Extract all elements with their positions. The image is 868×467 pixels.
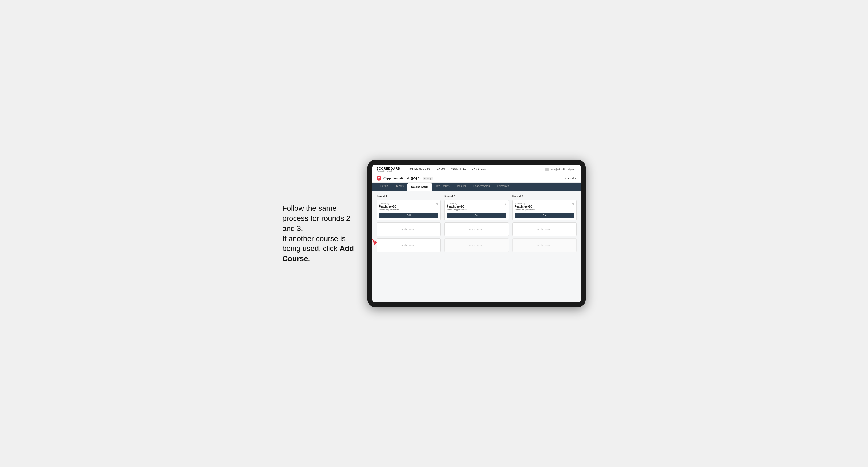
tab-bar: Details Teams Course Setup Tee Groups Re… — [372, 183, 581, 190]
round-2-add-course-2: Add Course + — [444, 239, 508, 252]
round-2-title: Round 2 — [444, 195, 508, 198]
nav-links: TOURNAMENTS TEAMS COMMITTEE RANKINGS — [408, 168, 540, 171]
nav-right: blair@clippd.io Sign out — [545, 168, 577, 172]
round-2-delete-icon[interactable]: ⊗ — [504, 202, 506, 205]
round-3-add-course-1[interactable]: Add Course + — [513, 222, 577, 236]
nav-committee[interactable]: COMMITTEE — [450, 168, 467, 171]
round-1-course-name: Peachtree GC — [379, 205, 438, 208]
tab-printables[interactable]: Printables — [494, 183, 513, 190]
tab-course-setup[interactable]: Course Setup — [407, 183, 432, 190]
round-2-column: Round 2 ⊗ (Course A) Peachtree GC Yellow… — [444, 195, 508, 254]
round-3-course-name: Peachtree GC — [515, 205, 574, 208]
round-3-add-course-1-text: Add Course + — [537, 228, 552, 231]
round-2-course-info: Yellow (M) (6629 yds) — [447, 209, 506, 211]
round-1-course-label: (Course A) — [379, 202, 438, 205]
sub-header: C Clippd Invitational (Men) Hosting Canc… — [372, 174, 581, 183]
nav-tournaments[interactable]: TOURNAMENTS — [408, 168, 430, 171]
user-avatar — [545, 168, 549, 172]
round-1-add-course-1-text: Add Course + — [401, 228, 416, 231]
instruction-text-line1: Follow the same process for rounds 2 and… — [282, 204, 354, 262]
tournament-type: (Men) — [411, 176, 421, 180]
round-1-add-course-2-text: Add Course + — [401, 244, 416, 247]
svg-line-0 — [372, 232, 377, 243]
round-1-edit-button[interactable]: Edit — [379, 213, 438, 218]
round-3-delete-icon[interactable]: ⊗ — [572, 202, 574, 205]
top-nav: SCOREBOARD Powered by clippd TOURNAMENTS… — [372, 165, 581, 174]
round-1-delete-icon[interactable]: ⊗ — [436, 202, 438, 205]
round-2-course-label: (Course A) — [447, 202, 506, 205]
round-1-add-course-2[interactable]: Add Course + — [376, 239, 441, 252]
logo-area: SCOREBOARD Powered by clippd — [376, 167, 400, 172]
round-2-add-course-1[interactable]: Add Course + — [444, 222, 508, 236]
hosting-badge: Hosting — [423, 177, 433, 180]
scoreboard-logo: SCOREBOARD — [376, 167, 400, 170]
tournament-title: Clippd Invitational — [383, 177, 409, 180]
round-2-course-name: Peachtree GC — [447, 205, 506, 208]
instruction-panel: Follow the same process for rounds 2 and… — [282, 203, 357, 264]
round-1-column: Round 1 ⊗ (Course A) Peachtree GC Yellow… — [376, 195, 441, 254]
rounds-grid: Round 1 ⊗ (Course A) Peachtree GC Yellow… — [376, 195, 577, 254]
tablet-device: SCOREBOARD Powered by clippd TOURNAMENTS… — [368, 160, 586, 307]
tab-teams[interactable]: Teams — [392, 183, 407, 190]
tab-tee-groups[interactable]: Tee Groups — [432, 183, 454, 190]
round-1-course-info: Yellow (M) (6629 yds) — [379, 209, 438, 211]
round-3-add-course-2-text: Add Course + — [537, 244, 552, 247]
main-content: Round 1 ⊗ (Course A) Peachtree GC Yellow… — [372, 190, 581, 302]
round-2-add-course-1-text: Add Course + — [469, 228, 484, 231]
round-2-edit-button[interactable]: Edit — [447, 213, 506, 218]
round-3-course-label: (Course A) — [515, 202, 574, 205]
round-3-course-info: Yellow (M) (6629 yds) — [515, 209, 574, 211]
instruction-bold: Add Course. — [282, 244, 354, 262]
clippd-logo-icon: C — [376, 176, 381, 181]
round-3-column: Round 3 ⊗ (Course A) Peachtree GC Yellow… — [513, 195, 577, 254]
user-email: blair@clippd.io — [551, 168, 566, 171]
round-3-title: Round 3 — [513, 195, 577, 198]
tab-leaderboards[interactable]: Leaderboards — [470, 183, 494, 190]
round-1-add-course-1[interactable]: Add Course + — [376, 222, 441, 236]
sub-header-left: C Clippd Invitational (Men) Hosting — [376, 176, 433, 181]
round-2-add-course-2-text: Add Course + — [469, 244, 484, 247]
page-wrapper: Follow the same process for rounds 2 and… — [5, 160, 863, 307]
svg-marker-1 — [373, 241, 377, 245]
sign-out-link[interactable]: Sign out — [568, 168, 577, 171]
logo-sub: Powered by clippd — [376, 170, 400, 172]
tab-results[interactable]: Results — [454, 183, 470, 190]
tab-details[interactable]: Details — [376, 183, 392, 190]
round-3-course-card: ⊗ (Course A) Peachtree GC Yellow (M) (66… — [513, 200, 577, 220]
round-1-course-card: ⊗ (Course A) Peachtree GC Yellow (M) (66… — [376, 200, 441, 220]
cancel-button[interactable]: Cancel ✕ — [565, 177, 577, 180]
round-3-edit-button[interactable]: Edit — [515, 213, 574, 218]
round-1-title: Round 1 — [376, 195, 441, 198]
nav-teams[interactable]: TEAMS — [435, 168, 445, 171]
tablet-screen: SCOREBOARD Powered by clippd TOURNAMENTS… — [372, 165, 581, 302]
round-3-add-course-2: Add Course + — [513, 239, 577, 252]
nav-rankings[interactable]: RANKINGS — [471, 168, 487, 171]
round-2-course-card: ⊗ (Course A) Peachtree GC Yellow (M) (66… — [444, 200, 508, 220]
